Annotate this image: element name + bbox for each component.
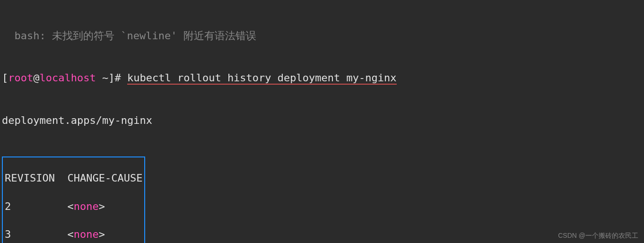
none-word: none <box>74 228 99 240</box>
none-word: none <box>74 200 99 212</box>
prompt-at: @ <box>33 72 39 84</box>
output-1-text: deployment.apps/my-nginx <box>2 114 158 126</box>
output-1: deployment.apps/my-nginx <box>2 113 642 128</box>
bracket-open: [ <box>2 72 8 84</box>
bracket-close: ] <box>108 72 114 84</box>
prompt-user: root <box>8 72 33 84</box>
rev-2: 3 <box>5 228 11 240</box>
terminal[interactable]: bash: 未找到的符号 `newline' 附近有语法错误 [root@loc… <box>2 1 642 243</box>
prompt-line-1: [root@localhost ~]# kubectl rollout hist… <box>2 71 642 85</box>
angle-close: > <box>99 228 105 240</box>
history-row-1: 2 <none> <box>5 200 142 214</box>
angle-open: < <box>67 200 73 212</box>
prompt-path: ~ <box>96 72 109 84</box>
history-header: REVISION CHANGE-CAUSE <box>5 171 142 185</box>
watermark: CSDN @一个搬砖的农民工 <box>558 231 638 240</box>
rev-1: 2 <box>5 200 11 212</box>
history-box: REVISION CHANGE-CAUSE 2 <none> 3 <none> <box>2 156 145 243</box>
command-1: kubectl rollout history deployment my-ng… <box>127 72 397 85</box>
history-row-2: 3 <none> <box>5 227 142 242</box>
truncated-text: bash: 未找到的符号 `newline' 附近有语法错误 <box>2 30 256 42</box>
truncated-first-line: bash: 未找到的符号 `newline' 附近有语法错误 <box>2 29 642 43</box>
angle-open: < <box>67 228 73 240</box>
angle-close: > <box>99 200 105 212</box>
prompt-hash: # <box>114 72 127 84</box>
prompt-host: localhost <box>39 72 96 84</box>
